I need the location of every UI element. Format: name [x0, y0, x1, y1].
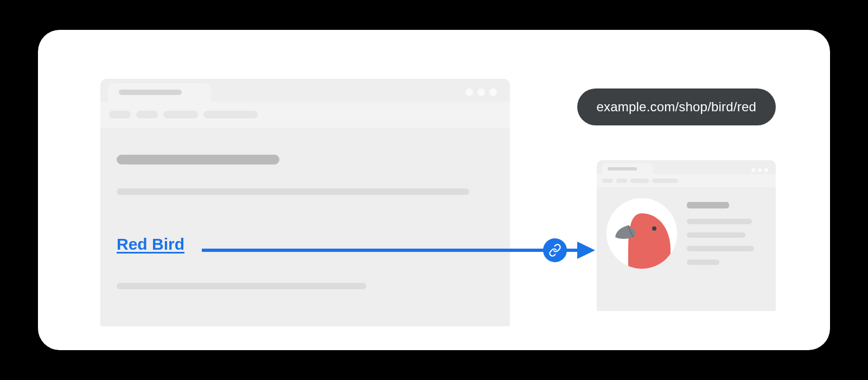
tab-title-placeholder [608, 167, 637, 170]
tab-title-placeholder [119, 90, 182, 95]
detail-line-placeholder [687, 246, 754, 251]
window-dot-icon [465, 88, 473, 96]
product-details [687, 202, 766, 265]
link-arrow [202, 240, 595, 260]
window-dot-icon [751, 168, 755, 172]
heading-placeholder [117, 155, 279, 164]
link-icon-badge [543, 238, 567, 262]
detail-line-placeholder [687, 219, 752, 224]
toolbar-placeholder [602, 179, 613, 183]
destination-url-pill: example.com/shop/bird/red [577, 88, 776, 125]
toolbar-placeholder [136, 111, 158, 118]
anchor-link[interactable]: Red Bird [117, 235, 184, 254]
window-controls [751, 168, 770, 174]
destination-content [597, 187, 776, 280]
detail-line-placeholder [687, 232, 745, 238]
detail-line-placeholder [687, 259, 719, 265]
window-dot-icon [477, 88, 485, 96]
window-dot-icon [764, 168, 768, 172]
product-image [607, 198, 677, 269]
destination-browser-window [597, 160, 776, 311]
browser-toolbar [100, 102, 510, 128]
link-icon [548, 244, 561, 257]
browser-tab-bar [597, 160, 776, 174]
bird-icon [607, 198, 677, 269]
diagram-canvas: Red Bird example.com/shop/bird/red [38, 30, 830, 350]
window-dot-icon [489, 88, 497, 96]
toolbar-placeholder [630, 179, 649, 183]
browser-tab [108, 83, 211, 102]
toolbar-placeholder [616, 179, 627, 183]
toolbar-placeholder [163, 111, 198, 118]
svg-marker-1 [577, 242, 595, 259]
browser-toolbar [597, 174, 776, 187]
browser-tab [602, 163, 653, 174]
toolbar-placeholder [652, 179, 678, 183]
source-browser-window: Red Bird [100, 79, 510, 326]
window-dot-icon [758, 168, 762, 172]
browser-tab-bar [100, 79, 510, 102]
page-content: Red Bird [100, 128, 510, 306]
toolbar-placeholder [203, 111, 258, 118]
text-line-placeholder [117, 188, 469, 195]
toolbar-placeholder [109, 111, 131, 118]
svg-point-3 [652, 226, 656, 231]
text-line-placeholder [117, 283, 366, 289]
window-controls [465, 88, 502, 102]
product-title-placeholder [687, 202, 729, 208]
